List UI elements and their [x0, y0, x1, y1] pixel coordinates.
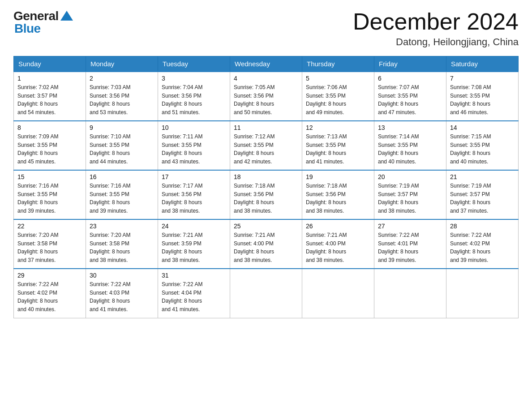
calendar-cell: 5 Sunrise: 7:06 AM Sunset: 3:55 PM Dayli… [302, 72, 374, 121]
day-info: Sunrise: 7:10 AM Sunset: 3:55 PM Dayligh… [90, 133, 154, 166]
day-info: Sunrise: 7:13 AM Sunset: 3:55 PM Dayligh… [306, 133, 370, 166]
day-info: Sunrise: 7:22 AM Sunset: 4:01 PM Dayligh… [378, 231, 442, 264]
calendar-cell [302, 269, 374, 318]
day-number: 17 [162, 173, 226, 180]
calendar-cell: 24 Sunrise: 7:21 AM Sunset: 3:59 PM Dayl… [158, 219, 230, 269]
day-info: Sunrise: 7:19 AM Sunset: 3:57 PM Dayligh… [378, 182, 442, 215]
day-number: 19 [306, 173, 370, 180]
calendar-cell: 26 Sunrise: 7:21 AM Sunset: 4:00 PM Dayl… [302, 219, 374, 269]
col-tuesday: Tuesday [158, 56, 230, 72]
day-number: 18 [234, 173, 298, 180]
day-info: Sunrise: 7:18 AM Sunset: 3:56 PM Dayligh… [234, 182, 298, 215]
day-info: Sunrise: 7:03 AM Sunset: 3:56 PM Dayligh… [90, 83, 154, 116]
calendar-cell: 31 Sunrise: 7:22 AM Sunset: 4:04 PM Dayl… [158, 269, 230, 318]
day-info: Sunrise: 7:20 AM Sunset: 3:58 PM Dayligh… [90, 231, 154, 264]
calendar-cell: 23 Sunrise: 7:20 AM Sunset: 3:58 PM Dayl… [86, 219, 158, 269]
calendar-week-row: 22 Sunrise: 7:20 AM Sunset: 3:58 PM Dayl… [14, 219, 519, 269]
day-number: 25 [234, 223, 298, 230]
calendar-cell: 6 Sunrise: 7:07 AM Sunset: 3:55 PM Dayli… [374, 72, 446, 121]
day-info: Sunrise: 7:15 AM Sunset: 3:55 PM Dayligh… [450, 133, 515, 166]
logo: General Blue [13, 9, 73, 36]
day-info: Sunrise: 7:14 AM Sunset: 3:55 PM Dayligh… [378, 133, 442, 166]
day-info: Sunrise: 7:18 AM Sunset: 3:56 PM Dayligh… [306, 182, 370, 215]
calendar-week-row: 8 Sunrise: 7:09 AM Sunset: 3:55 PM Dayli… [14, 121, 519, 170]
col-friday: Friday [374, 56, 446, 72]
day-number: 9 [90, 124, 154, 131]
day-number: 31 [162, 272, 226, 279]
day-info: Sunrise: 7:22 AM Sunset: 4:03 PM Dayligh… [90, 280, 154, 313]
day-info: Sunrise: 7:11 AM Sunset: 3:55 PM Dayligh… [162, 133, 226, 166]
calendar-cell: 4 Sunrise: 7:05 AM Sunset: 3:56 PM Dayli… [230, 72, 302, 121]
day-info: Sunrise: 7:21 AM Sunset: 4:00 PM Dayligh… [234, 231, 298, 264]
calendar-table: Sunday Monday Tuesday Wednesday Thursday… [13, 56, 519, 318]
calendar-cell: 12 Sunrise: 7:13 AM Sunset: 3:55 PM Dayl… [302, 121, 374, 170]
logo-triangle-icon [60, 11, 73, 21]
col-sunday: Sunday [14, 56, 86, 72]
calendar-cell: 27 Sunrise: 7:22 AM Sunset: 4:01 PM Dayl… [374, 219, 446, 269]
title-area: December 2024 Datong, Heilongjiang, Chin… [353, 9, 519, 48]
col-monday: Monday [86, 56, 158, 72]
calendar-cell [374, 269, 446, 318]
calendar-cell: 11 Sunrise: 7:12 AM Sunset: 3:55 PM Dayl… [230, 121, 302, 170]
day-number: 1 [17, 75, 82, 82]
day-info: Sunrise: 7:22 AM Sunset: 4:04 PM Dayligh… [162, 280, 226, 313]
day-number: 7 [450, 75, 515, 82]
calendar-cell: 10 Sunrise: 7:11 AM Sunset: 3:55 PM Dayl… [158, 121, 230, 170]
day-info: Sunrise: 7:21 AM Sunset: 3:59 PM Dayligh… [162, 231, 226, 264]
day-number: 2 [90, 75, 154, 82]
calendar-week-row: 29 Sunrise: 7:22 AM Sunset: 4:02 PM Dayl… [14, 269, 519, 318]
col-wednesday: Wednesday [230, 56, 302, 72]
day-number: 10 [162, 124, 226, 131]
day-info: Sunrise: 7:07 AM Sunset: 3:55 PM Dayligh… [378, 83, 442, 116]
day-number: 21 [450, 173, 515, 180]
calendar-cell: 1 Sunrise: 7:02 AM Sunset: 3:57 PM Dayli… [14, 72, 86, 121]
day-number: 5 [306, 75, 370, 82]
calendar-cell: 25 Sunrise: 7:21 AM Sunset: 4:00 PM Dayl… [230, 219, 302, 269]
day-number: 20 [378, 173, 442, 180]
day-info: Sunrise: 7:17 AM Sunset: 3:56 PM Dayligh… [162, 182, 226, 215]
col-saturday: Saturday [446, 56, 519, 72]
day-number: 11 [234, 124, 298, 131]
calendar-cell: 19 Sunrise: 7:18 AM Sunset: 3:56 PM Dayl… [302, 170, 374, 219]
day-number: 23 [90, 223, 154, 230]
calendar-cell: 21 Sunrise: 7:19 AM Sunset: 3:57 PM Dayl… [446, 170, 519, 219]
day-info: Sunrise: 7:22 AM Sunset: 4:02 PM Dayligh… [17, 280, 82, 313]
day-info: Sunrise: 7:06 AM Sunset: 3:55 PM Dayligh… [306, 83, 370, 116]
day-number: 8 [17, 124, 82, 131]
day-number: 16 [90, 173, 154, 180]
day-number: 6 [378, 75, 442, 82]
day-number: 22 [17, 223, 82, 230]
day-info: Sunrise: 7:05 AM Sunset: 3:56 PM Dayligh… [234, 83, 298, 116]
calendar-cell: 22 Sunrise: 7:20 AM Sunset: 3:58 PM Dayl… [14, 219, 86, 269]
calendar-cell: 7 Sunrise: 7:08 AM Sunset: 3:55 PM Dayli… [446, 72, 519, 121]
calendar-cell [446, 269, 519, 318]
day-info: Sunrise: 7:09 AM Sunset: 3:55 PM Dayligh… [17, 133, 82, 166]
calendar-cell: 14 Sunrise: 7:15 AM Sunset: 3:55 PM Dayl… [446, 121, 519, 170]
logo-blue-text: Blue [13, 21, 41, 36]
col-thursday: Thursday [302, 56, 374, 72]
calendar-cell: 8 Sunrise: 7:09 AM Sunset: 3:55 PM Dayli… [14, 121, 86, 170]
day-number: 15 [17, 173, 82, 180]
header: General Blue December 2024 Datong, Heilo… [13, 9, 519, 48]
calendar-cell: 9 Sunrise: 7:10 AM Sunset: 3:55 PM Dayli… [86, 121, 158, 170]
day-info: Sunrise: 7:02 AM Sunset: 3:57 PM Dayligh… [17, 83, 82, 116]
day-number: 3 [162, 75, 226, 82]
day-number: 29 [17, 272, 82, 279]
calendar-week-row: 1 Sunrise: 7:02 AM Sunset: 3:57 PM Dayli… [14, 72, 519, 121]
calendar-cell: 17 Sunrise: 7:17 AM Sunset: 3:56 PM Dayl… [158, 170, 230, 219]
day-number: 27 [378, 223, 442, 230]
calendar-cell: 16 Sunrise: 7:16 AM Sunset: 3:55 PM Dayl… [86, 170, 158, 219]
day-info: Sunrise: 7:20 AM Sunset: 3:58 PM Dayligh… [17, 231, 82, 264]
calendar-cell: 18 Sunrise: 7:18 AM Sunset: 3:56 PM Dayl… [230, 170, 302, 219]
day-info: Sunrise: 7:16 AM Sunset: 3:55 PM Dayligh… [90, 182, 154, 215]
day-number: 4 [234, 75, 298, 82]
calendar-cell: 2 Sunrise: 7:03 AM Sunset: 3:56 PM Dayli… [86, 72, 158, 121]
calendar-week-row: 15 Sunrise: 7:16 AM Sunset: 3:55 PM Dayl… [14, 170, 519, 219]
day-number: 28 [450, 223, 515, 230]
calendar-cell: 3 Sunrise: 7:04 AM Sunset: 3:56 PM Dayli… [158, 72, 230, 121]
day-number: 12 [306, 124, 370, 131]
day-number: 24 [162, 223, 226, 230]
calendar-title: December 2024 [353, 9, 519, 34]
day-info: Sunrise: 7:12 AM Sunset: 3:55 PM Dayligh… [234, 133, 298, 166]
calendar-cell: 13 Sunrise: 7:14 AM Sunset: 3:55 PM Dayl… [374, 121, 446, 170]
